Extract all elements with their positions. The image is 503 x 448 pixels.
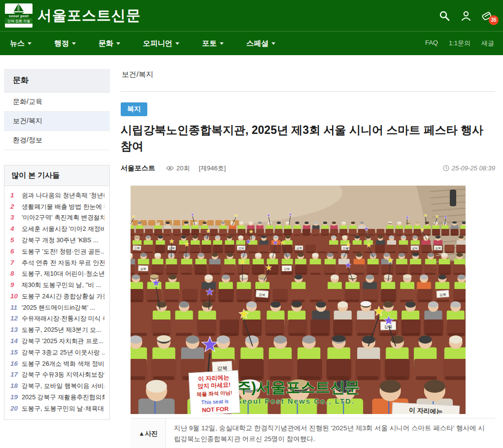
article-datetime: 25-09-25 08:39 [443,164,495,172]
chevron-down-icon [28,42,32,45]
svg-text:이 자리에는: 이 자리에는 [409,406,443,414]
eye-icon [166,165,174,171]
nav-label: 행정 [54,39,69,48]
rank-number: 10 [10,292,19,300]
svg-text:강북: 강북 [134,246,140,250]
chevron-down-icon [116,42,120,45]
article-link: 수유재래시장·전통시장 미식 축제... [22,315,104,323]
sidebar-item-environment-info[interactable]: 환경/정보 [4,131,110,150]
list-item[interactable]: 7추석 연휴 전 자동차 무료 안전... [10,257,104,269]
logo-slogan: 인예.정론.직필 [5,18,33,24]
rank-number: 3 [10,214,19,221]
nav-item-news[interactable]: 뉴스 [10,39,32,48]
logo-brand-text: seoul post [5,14,33,18]
article-meta: 서울포스트 20회 [제946호] 25-09-25 08:39 [121,164,495,173]
sidebar-category-list: 문화/교육 보건/복지 환경/정보 [4,93,110,150]
sidebar-item-health-welfare[interactable]: 보건/복지 [4,112,110,131]
breadcrumb[interactable]: 보건/복지 [121,69,495,92]
svg-text:강북: 강북 [296,247,302,250]
nav-item-opinion[interactable]: 오피니언 [143,39,179,48]
user-icon[interactable] [460,9,472,22]
category-badge[interactable]: 복지 [121,102,147,116]
list-item[interactable]: 1쉼과 나다움의 청년축제 '청년랜... [10,190,104,201]
view-count-text: 20회 [176,164,190,173]
sidebar: 문화 문화/교육 보건/복지 환경/정보 많이 본 기사들 1쉼과 나다움의 청… [4,69,110,448]
chevron-down-icon [72,42,76,45]
list-item[interactable]: 4오세훈 서울시장 '미아2 재정비... [10,224,104,235]
rank-number: 18 [10,382,19,389]
list-item[interactable]: 20도봉구, 도봉구민의 날·체육대회... [10,403,104,415]
sailboat-logo-icon [11,4,26,14]
svg-text:강북: 강북 [284,267,290,270]
caption-text: 지난 9월 12일, 숭실대학교 한경직기념관에서 진행된 '2025년 제3회… [166,418,495,448]
rank-number: 14 [10,337,19,345]
chevron-down-icon [271,42,275,45]
rank-number: 17 [10,371,19,378]
list-item[interactable]: 10도봉구 24시간 종합상황실 가동... [10,291,104,302]
sidebar-item-culture-education[interactable]: 문화/교육 [4,93,110,112]
list-item[interactable]: 192025 강북구 재활용추진협의회... [10,392,104,403]
photo-watermark: (주)서울포스트신문 Seoul Post News Co., LTD. [232,379,360,405]
list-item[interactable]: 12수유재래시장·전통시장 미식 축제... [10,314,104,325]
list-item[interactable]: 6도봉구 '도전! 청렴·인권 골든... [10,246,104,257]
chevron-down-icon [220,42,224,45]
article-photo: 강북강북강북강북강북강북강북강북강북강북강북강북강북강북 (주)서울포스트신문 … [131,186,466,414]
nav-link-newposts[interactable]: 새글 [481,39,494,48]
nav-link-inquiry[interactable]: 1:1문의 [449,39,470,48]
article-link: 제30회 도봉구민의 날, "비 ... [22,281,101,289]
article-link: 쉼과 나다움의 청년축제 '청년랜... [22,192,104,200]
site-logo[interactable]: seoul post 인예.정론.직필 [5,3,33,28]
list-item[interactable]: 11'2025 핸드메이드in강북' ... [10,302,104,314]
list-item[interactable]: 14강북구 '2025 자치회관 프로... [10,336,104,347]
nav-item-special[interactable]: 스페셜 [246,39,275,48]
rank-number: 19 [10,393,19,401]
list-item[interactable]: 18강북구, 모바일 행복이음 서비스... [10,381,104,392]
article-photo-container: 강북강북강북강북강북강북강북강북강북강북강북강북강북강북 (주)서울포스트신문 … [131,186,466,414]
article-link: 강북구, 모바일 행복이음 서비스... [22,382,104,390]
article-link: 도봉구, 2025년 제3분기 모... [22,326,101,334]
rank-number: 1 [10,192,19,199]
rank-number: 6 [10,248,19,255]
list-item[interactable]: 3'미아2구역' 촉진계획 변경절차... [10,213,104,224]
nav-item-culture[interactable]: 문화 [99,39,120,48]
article-title: 시립강북노인종합복지관, 2025년 제3회 서울 시니어 스마트 페스타 행사… [121,122,490,155]
list-item[interactable]: 17강북구 수유3동 지역사회보장협의... [10,370,104,381]
svg-text:강북: 강북 [384,324,393,329]
content-area: 문화 문화/교육 보건/복지 환경/정보 많이 본 기사들 1쉼과 나다움의 청… [0,55,503,448]
search-icon[interactable] [438,9,451,22]
list-item[interactable]: 15강북구 3종교 25년 이웃사랑 ... [10,347,104,358]
caption-label: ▲사진 [131,418,166,448]
article-link: 강북구 '2025 자치회관 프로... [22,337,103,346]
popular-articles-list: 1쉼과 나다움의 청년축제 '청년랜... 2생활폐기물 배출 방법 한눈에 확… [4,186,109,419]
article-link: 생활폐기물 배출 방법 한눈에 확... [22,203,104,211]
datetime-text: 25-09-25 08:39 [452,164,495,172]
rank-number: 9 [10,281,19,288]
article-link: '2025 핸드메이드in강북' ... [22,304,95,312]
list-item[interactable]: 16도봉구 26개소 벽화 색채 정비... [10,358,104,370]
rank-number: 12 [10,315,19,322]
article-link: 강북구 수유3동 지역사회보장협의... [22,371,104,379]
list-item[interactable]: 5강북구 개청 30주년 'KBS ... [10,235,104,246]
rank-number: 15 [10,349,19,356]
site-title[interactable]: 서울포스트신문 [37,6,141,26]
site-header: seoul post 인예.정론.직필 서울포스트신문 35 [0,0,503,31]
article-author[interactable]: 서울포스트 [121,164,155,173]
rank-number: 16 [10,360,19,367]
nav-label: 오피니언 [143,39,172,48]
list-item[interactable]: 9제30회 도봉구민의 날, "비 ... [10,280,104,291]
issue-number: [제946호] [199,164,226,173]
nav-link-faq[interactable]: FAQ [425,39,438,48]
chevron-down-icon [175,42,179,45]
svg-text:강북: 강북 [435,247,441,250]
nav-item-photo[interactable]: 포토 [202,39,224,48]
nav-item-administration[interactable]: 행정 [54,39,76,48]
list-item[interactable]: 13도봉구, 2025년 제3분기 모... [10,324,104,336]
list-item[interactable]: 2생활폐기물 배출 방법 한눈에 확... [10,201,104,213]
rank-number: 8 [10,270,19,277]
svg-text:강북: 강북 [412,247,418,250]
new-posts-icon[interactable]: 35 [481,9,494,22]
nav-label: 문화 [99,39,113,48]
nav-utility-links: FAQ 1:1문의 새글 [425,39,494,48]
list-item[interactable]: 8도봉구, 제10대 어린이·청소년... [10,268,104,280]
nav-label: 포토 [202,39,217,48]
